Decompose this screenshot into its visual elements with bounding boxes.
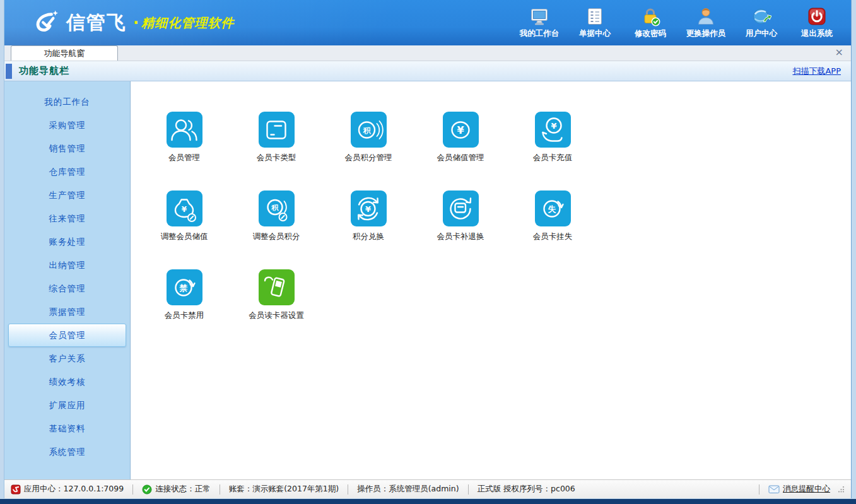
app-center-status: 应用中心：127.0.0.1:7099 xyxy=(24,484,124,495)
document-center-button[interactable]: 单据中心 xyxy=(570,6,620,39)
exit-system-button[interactable]: 退出系统 xyxy=(792,6,842,39)
close-icon[interactable]: × xyxy=(835,47,843,57)
launcher-member-card-reader-settings[interactable]: 会员读卡器设置 xyxy=(249,269,304,348)
toolbar-label: 单据中心 xyxy=(579,28,611,39)
message-center-link[interactable]: 消息提醒中心 xyxy=(783,484,830,495)
sidebar-item-invoice-management[interactable]: 票据管理 xyxy=(8,300,126,324)
status-separator xyxy=(759,484,759,495)
brand-swoosh-icon xyxy=(31,9,60,36)
moneybag-edit-icon: ¥ xyxy=(167,190,202,226)
launcher-adjust-member-stored-value[interactable]: ¥调整会员储值 xyxy=(161,190,208,269)
sidebar-item-warehouse-management[interactable]: 仓库管理 xyxy=(8,160,126,184)
my-workbench-button[interactable]: 我的工作台 xyxy=(514,6,565,39)
sidebar-item-comprehensive-management[interactable]: 综合管理 xyxy=(8,277,126,300)
launcher-label: 会员卡补退换 xyxy=(437,231,484,242)
yuan-circle-icon: ¥ xyxy=(443,112,479,148)
window-bottom-edge xyxy=(0,499,856,504)
status-separator xyxy=(348,484,348,495)
members-icon xyxy=(167,112,202,148)
app-header: 信管飞 · 精细化管理软件 我的工作台单据中心修改密码更换操作员用户中心退出系统 xyxy=(4,0,851,45)
svg-text:¥: ¥ xyxy=(551,121,556,131)
section-header: 功能导航栏 扫描下载APP xyxy=(4,61,851,81)
launcher-adjust-member-points[interactable]: 积调整会员积分 xyxy=(253,190,300,269)
launcher-label: 会员卡禁用 xyxy=(165,310,204,321)
sidebar-item-purchase-management[interactable]: 采购管理 xyxy=(8,114,126,137)
user-center-button[interactable]: 用户中心 xyxy=(736,6,787,39)
status-separator xyxy=(468,484,469,495)
toolbar-label: 我的工作台 xyxy=(520,28,560,39)
sidebar-item-accounting[interactable]: 账务处理 xyxy=(8,230,126,254)
card-icon xyxy=(259,112,295,148)
hand-yuan-icon: ¥ xyxy=(535,112,571,148)
launcher-member-card-disable[interactable]: 禁会员卡禁用 xyxy=(165,269,204,348)
toolbar-label: 退出系统 xyxy=(801,28,833,39)
launcher-label: 会员储值管理 xyxy=(437,153,484,163)
sidebar-item-basic-data[interactable]: 基础资料 xyxy=(8,417,126,440)
tab-label: 功能导航窗 xyxy=(44,49,85,58)
monitor-icon xyxy=(529,6,549,26)
toolbar-label: 更换操作员 xyxy=(686,28,726,39)
lock-check-icon xyxy=(640,6,660,26)
main-body: 我的工作台采购管理销售管理仓库管理生产管理往来管理账务处理出纳管理综合管理票据管… xyxy=(4,81,851,479)
svg-text:积: 积 xyxy=(271,203,279,211)
launcher-member-stored-value-management[interactable]: ¥会员储值管理 xyxy=(437,112,484,190)
sidebar-item-production-management[interactable]: 生产管理 xyxy=(8,184,126,207)
sidebar-item-sales-management[interactable]: 销售管理 xyxy=(8,137,126,160)
sidebar-item-member-management[interactable]: 会员管理 xyxy=(8,324,126,347)
launcher-member-card-replacement[interactable]: 会员卡补退换 xyxy=(437,190,484,269)
globe-icon xyxy=(751,6,771,26)
sidebar-item-contact-management[interactable]: 往来管理 xyxy=(8,207,126,230)
launcher-member-card-loss-report[interactable]: 失会员卡挂失 xyxy=(533,190,573,269)
launcher-label: 会员管理 xyxy=(168,153,200,163)
launcher-label: 积分兑换 xyxy=(353,231,384,242)
svg-text:¥: ¥ xyxy=(365,204,371,213)
points-edit-icon: 积 xyxy=(259,190,295,226)
svg-text:积: 积 xyxy=(363,126,372,134)
svg-text:禁: 禁 xyxy=(179,283,188,292)
switch-operator-button[interactable]: 更换操作员 xyxy=(681,6,731,39)
yuan-refresh-icon: ¥ xyxy=(351,190,387,226)
sidebar-item-my-workbench[interactable]: 我的工作台 xyxy=(8,90,126,114)
power-icon xyxy=(807,6,827,26)
window-frame: 信管飞 · 精细化管理软件 我的工作台单据中心修改密码更换操作员用户中心退出系统… xyxy=(0,0,856,504)
sidebar-item-cashier-management[interactable]: 出纳管理 xyxy=(8,254,126,277)
connection-status: 连接状态：正常 xyxy=(155,484,211,495)
resize-grip[interactable] xyxy=(838,486,845,493)
svg-text:失: 失 xyxy=(548,204,557,213)
status-separator xyxy=(132,484,133,495)
toolbar-label: 修改密码 xyxy=(635,28,666,39)
nav-sidebar: 我的工作台采购管理销售管理仓库管理生产管理往来管理账务处理出纳管理综合管理票据管… xyxy=(4,81,131,479)
tab-strip: 功能导航窗 × xyxy=(4,45,851,61)
svg-text:¥: ¥ xyxy=(457,124,464,136)
license-status: 正式版 授权序列号：pc006 xyxy=(478,484,575,495)
launcher-points-exchange[interactable]: ¥积分兑换 xyxy=(351,190,387,269)
launcher-label: 会员积分管理 xyxy=(345,153,392,163)
card-reader-icon xyxy=(259,269,295,305)
brand-tagline: 精细化管理软件 xyxy=(141,15,234,32)
scan-download-app-link[interactable]: 扫描下载APP xyxy=(792,66,841,77)
launcher-member-points-management[interactable]: 积会员积分管理 xyxy=(345,112,392,190)
points-icon: 积 xyxy=(351,112,387,148)
section-title: 功能导航栏 xyxy=(19,65,69,77)
sidebar-item-system-management[interactable]: 系统管理 xyxy=(8,440,126,464)
connection-ok-icon xyxy=(142,484,152,495)
sidebar-item-performance-appraisal[interactable]: 绩效考核 xyxy=(8,370,126,394)
header-toolbar: 我的工作台单据中心修改密码更换操作员用户中心退出系统 xyxy=(514,6,842,39)
launcher-member-management[interactable]: 会员管理 xyxy=(167,112,202,190)
launcher-label: 会员卡挂失 xyxy=(533,231,573,242)
launcher-label: 会员读卡器设置 xyxy=(249,310,304,321)
sidebar-item-extended-applications[interactable]: 扩展应用 xyxy=(8,394,126,417)
app-logo: 信管飞 · 精细化管理软件 xyxy=(31,9,234,36)
tab-function-nav[interactable]: 功能导航窗 xyxy=(11,45,118,61)
sidebar-item-customer-relations[interactable]: 客户关系 xyxy=(8,347,126,370)
launcher-member-card-recharge[interactable]: ¥会员卡充值 xyxy=(533,112,573,190)
card-refresh-icon xyxy=(443,190,479,226)
launcher-label: 会员卡类型 xyxy=(257,153,296,163)
brand-name: 信管飞 xyxy=(66,10,127,36)
launcher-member-card-type[interactable]: 会员卡类型 xyxy=(257,112,296,190)
change-password-button[interactable]: 修改密码 xyxy=(625,6,676,39)
svg-text:¥: ¥ xyxy=(182,205,187,214)
launcher-label: 调整会员积分 xyxy=(253,231,300,242)
operator-status: 操作员：系统管理员(admin) xyxy=(357,484,459,495)
toolbar-label: 用户中心 xyxy=(746,28,777,39)
